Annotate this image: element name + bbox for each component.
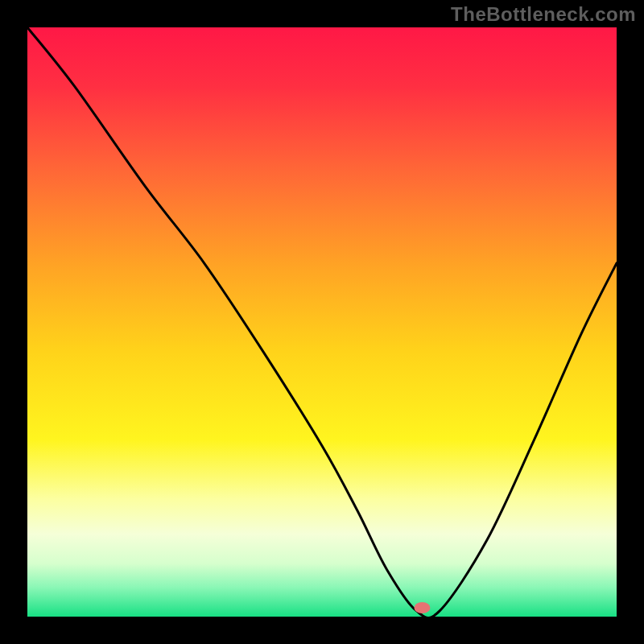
optimal-marker [414,602,430,613]
plot-background [27,27,617,617]
watermark-text: TheBottleneck.com [451,3,636,26]
chart-container: TheBottleneck.com [0,0,644,644]
bottleneck-chart [0,0,644,644]
